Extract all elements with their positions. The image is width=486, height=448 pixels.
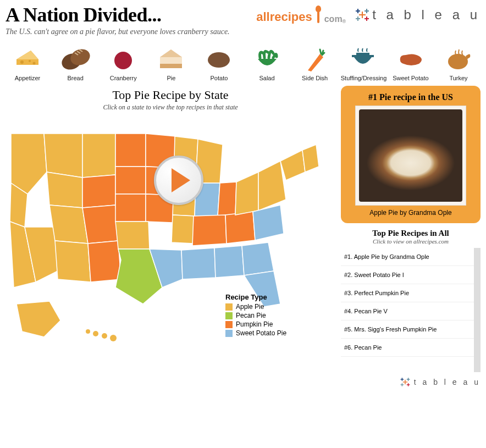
svg-point-10 [86, 329, 90, 334]
category-salad[interactable]: Salad [245, 46, 289, 81]
list-item[interactable]: #6. Pecan Pie [341, 339, 474, 357]
list-item[interactable]: #3. Perfect Pumpkin Pie [341, 284, 474, 302]
legend-item[interactable]: Pumpkin Pie [225, 320, 286, 328]
play-button[interactable] [154, 156, 203, 205]
tableau-cross-icon [400, 378, 410, 387]
cheese-icon [14, 48, 41, 70]
tableau-logo: t a b l e a u [356, 7, 481, 23]
card-caption: Apple Pie by Grandma Ople [347, 209, 474, 217]
svg-point-12 [102, 333, 107, 339]
legend-item[interactable]: Pecan Pie [225, 312, 286, 319]
svg-point-13 [110, 335, 117, 341]
map-title: Top Pie Recipe by State [5, 88, 335, 102]
svg-point-1 [29, 60, 31, 62]
legend-item[interactable]: Apple Pie [225, 303, 286, 311]
svg-rect-8 [356, 53, 369, 55]
svg-point-11 [93, 331, 98, 336]
category-pie[interactable]: Pie [149, 46, 193, 81]
bread-icon [60, 47, 90, 71]
svg-point-7 [208, 52, 230, 68]
recipe-image[interactable] [355, 106, 466, 206]
turkey-icon [445, 47, 472, 71]
page-title: A Nation Divided... [5, 3, 256, 26]
legend-item[interactable]: Sweet Potato Pie [225, 329, 286, 337]
pot-icon [349, 47, 377, 71]
allrecipes-logo: allrecipescom® [256, 5, 346, 24]
list-item[interactable]: #2. Sweet Potato Pie I [341, 266, 474, 284]
svg-point-5 [114, 52, 132, 69]
pie-icon [158, 47, 184, 71]
category-potato[interactable]: Potato [197, 46, 241, 81]
tableau-footer-logo[interactable]: t a b l e a u [0, 374, 486, 390]
spoon-icon [313, 5, 323, 24]
list-title: Top Pie Recipes in All [341, 229, 481, 238]
page-subtitle: The U.S. can't agree on a pie flavor, bu… [5, 27, 256, 36]
recipe-list[interactable]: #1. Apple Pie by Grandma Ople #2. Sweet … [341, 248, 481, 372]
carrot-icon [303, 46, 327, 73]
category-stuffing[interactable]: Stuffing/Dressing [341, 46, 385, 81]
svg-point-9 [448, 54, 468, 69]
category-sweet-potato[interactable]: Sweet Potato [389, 46, 433, 81]
list-item[interactable]: #4. Pecan Pie V [341, 302, 474, 320]
list-item[interactable]: #1. Apple Pie by Grandma Ople [341, 248, 474, 266]
svg-rect-6 [160, 64, 182, 68]
list-subtitle: Click to view on allrecipes.com [341, 238, 481, 245]
map-legend: Recipe Type Apple Pie Pecan Pie Pumpkin … [225, 293, 286, 338]
potato-icon [206, 49, 232, 70]
category-row: Appetizer Bread Cranberry Pie Potato Sal… [5, 46, 481, 81]
card-title: #1 Pie recipe in the US [347, 92, 474, 102]
sweet-potato-icon [397, 51, 424, 68]
category-appetizer[interactable]: Appetizer [5, 46, 49, 81]
map-subtitle: Click on a state to view the top recipes… [5, 103, 335, 112]
salad-icon [255, 48, 280, 71]
category-cranberry[interactable]: Cranberry [101, 46, 145, 81]
svg-point-2 [33, 62, 36, 65]
category-side-dish[interactable]: Side Dish [293, 46, 337, 81]
svg-point-0 [20, 60, 24, 64]
list-item[interactable]: #5. Mrs. Sigg's Fresh Pumpkin Pie [341, 320, 474, 339]
category-bread[interactable]: Bread [53, 46, 97, 81]
category-turkey[interactable]: Turkey [437, 46, 481, 81]
tableau-cross-icon [356, 8, 369, 21]
cranberry-icon [112, 48, 134, 70]
top-recipe-card: #1 Pie recipe in the US Apple Pie by Gra… [341, 86, 481, 223]
